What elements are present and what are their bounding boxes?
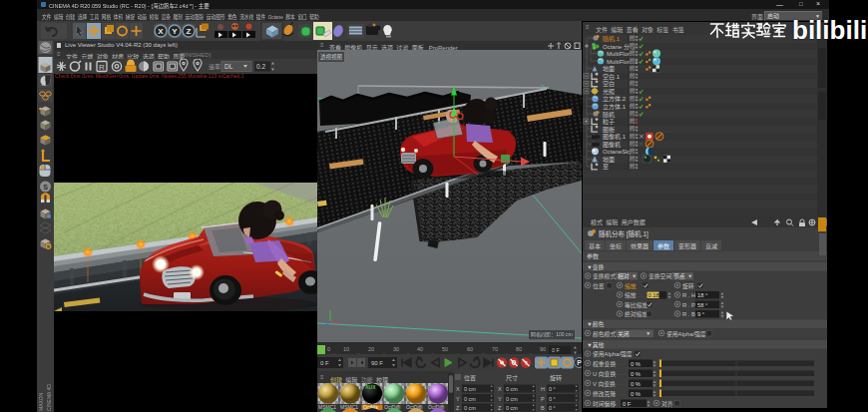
svg-text:0.2: 0.2 [256, 63, 265, 70]
svg-text:Y: Y [172, 27, 178, 36]
svg-text:使用Alpha/强度: 使用Alpha/强度 [593, 350, 633, 358]
svg-text:0 %: 0 % [631, 381, 641, 387]
svg-text:等比缩放: 等比缩放 [625, 301, 648, 309]
svg-text:图衡: 图衡 [603, 126, 615, 134]
svg-text:60: 60 [467, 346, 473, 352]
svg-text:P: P [541, 396, 545, 402]
svg-text:基本: 基本 [589, 242, 601, 250]
svg-text:缩放: 缩放 [625, 291, 637, 299]
svg-text:立方体.2: 立方体.2 [603, 95, 627, 103]
svg-text:地面: 地面 [603, 156, 615, 164]
svg-text:AUX: AUX [365, 384, 376, 390]
svg-text:绝对缩放: 绝对缩放 [625, 310, 648, 318]
svg-text:. . . .: . . . . [617, 391, 625, 396]
svg-text:0 cm: 0 cm [464, 405, 476, 411]
svg-text:▼其他: ▼其他 [587, 341, 605, 349]
svg-text:0 %: 0 % [631, 371, 641, 377]
svg-text:旋转: 旋转 [550, 374, 562, 382]
svg-text:▼变换: ▼变换 [587, 263, 605, 271]
svg-text:U 向变换: U 向变换 [593, 370, 616, 378]
svg-text:变换空间: 变换空间 [649, 272, 671, 280]
svg-text:时间偏移: 时间偏移 [593, 400, 616, 408]
svg-text:0: 0 [327, 346, 330, 352]
svg-text:变换模式: 变换模式 [593, 272, 616, 280]
svg-text:使用Alpha/强度: 使用Alpha/强度 [666, 330, 706, 338]
svg-text:B: B [541, 405, 545, 411]
svg-text:0 cm: 0 cm [506, 396, 518, 402]
svg-text:修改克隆: 修改克隆 [593, 390, 616, 398]
svg-text:P: P [577, 359, 582, 366]
svg-text:速率: 速率 [209, 63, 220, 71]
svg-text:. . . . .: . . . . . [637, 293, 647, 298]
svg-text:至: 至 [603, 164, 609, 170]
svg-text:旋转: 旋转 [682, 282, 694, 290]
svg-text:OctaneSky: OctaneSky [603, 149, 632, 155]
svg-text:MultiFlora: MultiFlora [607, 51, 634, 57]
svg-text:S: S [43, 184, 48, 191]
svg-text:Y: Y [456, 396, 460, 402]
svg-text:V 向变换: V 向变换 [593, 380, 616, 388]
svg-text:空白.1: 空白.1 [603, 73, 621, 81]
svg-text:地面: 地面 [603, 65, 615, 73]
svg-text:随机.1: 随机.1 [603, 35, 621, 43]
svg-text:0 F: 0 F [320, 360, 329, 366]
svg-text:0 °: 0 ° [549, 396, 556, 402]
svg-text:0 F: 0 F [552, 347, 561, 353]
svg-text:9 °: 9 ° [697, 311, 704, 317]
svg-text:空白: 空白 [603, 80, 615, 88]
svg-text:随机分布 [随机.1]: 随机分布 [随机.1] [599, 229, 649, 238]
svg-text:R . P: R . P [682, 302, 695, 308]
svg-text:缩放: 缩放 [625, 282, 637, 290]
svg-text:0 °: 0 ° [549, 386, 556, 392]
svg-text:R: R [99, 63, 105, 72]
svg-text:权重变换: 权重变换 [593, 360, 616, 368]
svg-text:. . . .: . . . . [617, 381, 625, 386]
svg-text:58 °: 58 ° [697, 302, 707, 308]
svg-text:50: 50 [442, 346, 448, 352]
svg-text:10: 10 [343, 346, 349, 352]
svg-text:效果器: 效果器 [631, 242, 649, 250]
svg-text:尺寸: 尺寸 [506, 374, 518, 382]
svg-text:0.18: 0.18 [649, 292, 659, 298]
svg-text:衰减: 衰减 [705, 242, 717, 250]
svg-text:坐标: 坐标 [610, 242, 622, 250]
svg-text:20: 20 [368, 346, 374, 352]
svg-text:对齐: 对齐 [661, 400, 673, 408]
svg-text:位置: 位置 [464, 374, 476, 381]
svg-text:随机: 随机 [603, 111, 615, 119]
svg-text:▼颜色: ▼颜色 [587, 320, 605, 328]
svg-text:相对: 相对 [618, 272, 630, 280]
svg-text:0 °: 0 ° [549, 405, 556, 411]
svg-text:变形器: 变形器 [678, 242, 696, 250]
svg-text:DL: DL [224, 63, 233, 70]
svg-text:关闭: 关闭 [618, 330, 630, 338]
svg-text:90 F: 90 F [371, 360, 383, 366]
svg-text:. . . .: . . . . [617, 361, 625, 366]
svg-text:X: X [158, 27, 164, 36]
svg-text:90: 90 [540, 346, 546, 352]
svg-text:位置: 位置 [593, 282, 605, 289]
svg-text:0 cm: 0 cm [464, 386, 476, 392]
svg-text:0 %: 0 % [631, 391, 641, 397]
svg-text:颜色模式: 颜色模式 [593, 330, 616, 338]
svg-text:R . B: R . B [682, 311, 695, 317]
svg-text:. . . .: . . . . [617, 371, 625, 376]
svg-text:18 °: 18 ° [697, 292, 707, 298]
svg-text:X: X [498, 386, 502, 392]
svg-text:40: 40 [417, 346, 423, 352]
svg-text:粒子: 粒子 [603, 118, 615, 126]
svg-text:节点: 节点 [673, 272, 685, 280]
svg-text:80: 80 [516, 346, 522, 352]
svg-text:X: X [456, 386, 460, 392]
svg-text:参数: 参数 [587, 252, 599, 260]
svg-text:30: 30 [393, 346, 399, 352]
svg-text:模式 编辑 用户数据: 模式 编辑 用户数据 [591, 218, 646, 226]
svg-text:70: 70 [492, 346, 498, 352]
svg-text:参数: 参数 [657, 242, 669, 250]
svg-text:0 cm: 0 cm [464, 396, 476, 402]
svg-text:0 %: 0 % [631, 361, 641, 367]
svg-text:H: H [541, 386, 545, 392]
svg-text:图像机: 图像机 [603, 141, 621, 149]
svg-text:Y: Y [498, 396, 502, 402]
svg-text:R . H: R . H [682, 292, 695, 298]
